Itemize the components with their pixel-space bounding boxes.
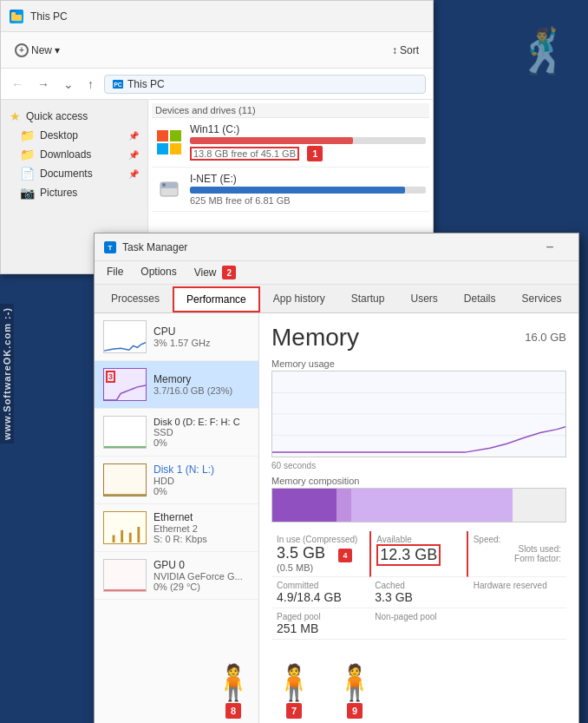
tab-performance[interactable]: Performance <box>173 286 260 312</box>
in-use-bar <box>272 489 336 522</box>
recent-button[interactable]: ⌄ <box>60 76 77 93</box>
menu-options[interactable]: Options <box>134 263 183 282</box>
sort-button[interactable]: ↕ Sort <box>385 41 426 60</box>
svg-rect-1 <box>11 12 16 16</box>
disk1-pct: 0% <box>154 486 214 496</box>
fe-title: This PC <box>30 10 68 23</box>
drive-c-free: 13.8 GB free of 45.1 GB 1 <box>190 146 426 161</box>
seconds-label: 60 seconds <box>271 461 566 470</box>
fe-toolbar: + New ▾ ↕ Sort <box>1 32 433 69</box>
menu-view[interactable]: View 2 <box>187 263 243 282</box>
section-header: Devices and drives (11) <box>152 103 429 118</box>
cpu-name: CPU <box>154 325 210 338</box>
folder-icon-pics: 📷 <box>20 186 35 200</box>
proc-item-disk1[interactable]: Disk 1 (N: L:) HDD 0% <box>95 457 258 504</box>
hw-reserved-cell: Hardware reserved <box>468 577 566 608</box>
mem-badge: 3 <box>106 371 115 383</box>
ethernet-name: Ethernet <box>154 511 207 523</box>
svg-rect-7 <box>170 143 181 154</box>
tab-details-label: Details <box>464 292 496 305</box>
modified-bar <box>336 489 351 522</box>
sort-icon: ↕ <box>392 44 397 56</box>
committed-cell: Committed 4.9/18.4 GB <box>271 577 369 608</box>
up-button[interactable]: ↑ <box>84 76 97 93</box>
star-icon: ★ <box>10 109 21 123</box>
folder-icon-docs: 📄 <box>20 167 35 181</box>
tab-details[interactable]: Details <box>451 286 509 312</box>
drive-e-item[interactable]: I-NET (E:) 625 MB free of 6.81 GB <box>152 168 429 212</box>
proc-item-disk0[interactable]: Disk 0 (D: E: F: H: C SSD 0% <box>95 409 258 457</box>
downloads-label: Downloads <box>40 148 91 161</box>
in-use-cell: In use (Compressed) 3.5 GB 4 (0.5 MB) <box>271 531 369 577</box>
drive-c-icon <box>155 130 183 154</box>
folder-icon-desktop: 📁 <box>20 128 35 142</box>
cached-value: 3.3 GB <box>375 590 462 604</box>
tab-app-history[interactable]: App history <box>260 286 338 312</box>
menu-file-label: File <box>107 266 123 278</box>
tab-users[interactable]: Users <box>397 286 450 312</box>
folder-icon-downloads: 📁 <box>20 148 35 161</box>
ethernet-detail: Ethernet 2 <box>154 523 207 534</box>
ethernet-speed: S: 0 R: Kbps <box>154 534 207 544</box>
pictures-label: Pictures <box>40 187 77 199</box>
drive-e-name: I-NET (E:) <box>190 173 426 185</box>
drive-c-free-highlight: 13.8 GB free of 45.1 GB <box>190 147 299 161</box>
proc-item-cpu[interactable]: CPU 3% 1.57 GHz <box>95 313 258 361</box>
new-button[interactable]: + New ▾ <box>8 40 67 61</box>
sidebar-item-downloads[interactable]: 📁 Downloads 📌 <box>1 145 147 164</box>
sidebar-item-documents[interactable]: 📄 Documents 📌 <box>1 164 147 183</box>
svg-rect-6 <box>157 143 168 154</box>
speed-cell: Speed: Slots used: Form factor: <box>468 531 566 577</box>
proc-item-memory[interactable]: 3 Memory 3.7/16.0 GB (23%) <box>95 361 258 409</box>
standby-bar <box>351 489 513 522</box>
menu-file[interactable]: File <box>100 263 130 282</box>
sidebar-item-quick-access[interactable]: ★ Quick access <box>1 107 147 126</box>
tab-processes[interactable]: Processes <box>98 286 173 312</box>
drive-e-bar <box>190 187 405 194</box>
proc-item-ethernet[interactable]: Ethernet Ethernet 2 S: 0 R: Kbps <box>95 504 258 552</box>
svg-rect-14 <box>104 417 146 448</box>
disk0-name: Disk 0 (D: E: F: H: C <box>154 417 240 427</box>
available-label: Available <box>376 535 461 544</box>
minimize-button[interactable]: − <box>530 237 570 258</box>
cpu-detail: 3% 1.57 GHz <box>154 338 210 348</box>
plus-icon: + <box>15 43 29 57</box>
tm-menubar: File Options View 2 <box>95 261 578 285</box>
forward-button[interactable]: → <box>34 76 53 93</box>
sort-label: Sort <box>400 44 419 56</box>
drive-c-item[interactable]: Win11 (C:) 13.8 GB free of 45.1 GB 1 <box>152 118 429 168</box>
eth-graph-thumb <box>103 511 147 544</box>
memory-name: Memory <box>154 373 232 385</box>
gpu-detail: NVIDIA GeForce G... <box>154 571 243 582</box>
cpu-graph-thumb <box>103 320 147 353</box>
tm-controls: − <box>530 237 570 258</box>
tm-app-icon: T <box>103 240 117 254</box>
tab-startup[interactable]: Startup <box>338 286 398 312</box>
disk0-info: Disk 0 (D: E: F: H: C SSD 0% <box>154 417 240 448</box>
svg-rect-17 <box>113 536 115 543</box>
desktop-label: Desktop <box>40 129 78 141</box>
available-cell: Available 12.3 GB <box>369 531 467 577</box>
paged-label: Paged pool <box>277 612 364 621</box>
svg-rect-4 <box>157 130 168 141</box>
sidebar-item-pictures[interactable]: 📷 Pictures <box>1 183 147 202</box>
documents-label: Documents <box>40 168 93 180</box>
back-button[interactable]: ← <box>8 76 27 93</box>
hw-reserved-label: Hardware reserved <box>474 581 561 590</box>
disk1-type: HDD <box>154 476 214 486</box>
drive-e-icon <box>155 177 183 201</box>
tab-services[interactable]: Services <box>509 286 575 312</box>
sidebar-item-desktop[interactable]: 📁 Desktop 📌 <box>1 126 147 145</box>
disk1-info: Disk 1 (N: L:) HDD 0% <box>154 463 214 496</box>
svg-rect-18 <box>121 530 123 542</box>
tm-title-left: T Task Manager <box>103 240 187 254</box>
address-path[interactable]: PC This PC <box>104 75 426 94</box>
gpu-pct: 0% (29 °C) <box>154 582 243 592</box>
tab-services-label: Services <box>522 292 562 305</box>
memory-info: Memory 3.7/16.0 GB (23%) <box>154 373 232 396</box>
paged-cell: Paged pool 251 MB <box>271 608 369 640</box>
proc-item-gpu[interactable]: GPU 0 NVIDIA GeForce G... 0% (29 °C) <box>95 552 258 600</box>
in-use-sub: (0.5 MB) <box>277 562 364 573</box>
address-text: This PC <box>127 78 165 90</box>
mem-graph-thumb: 3 <box>103 368 147 401</box>
